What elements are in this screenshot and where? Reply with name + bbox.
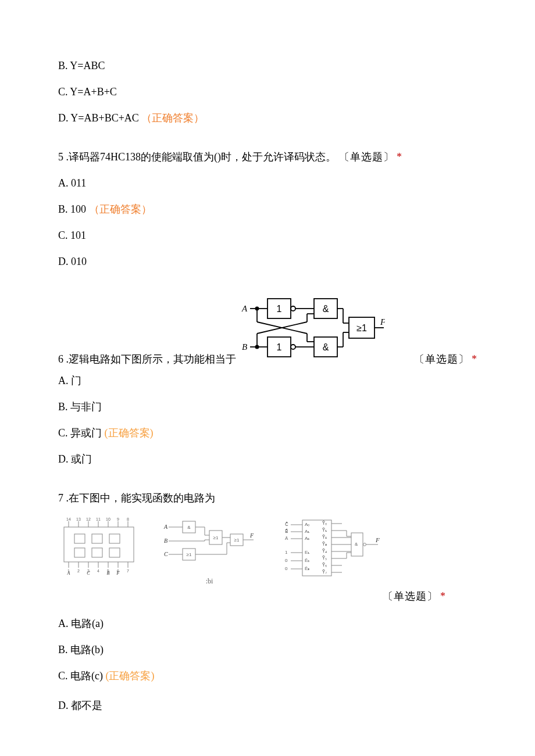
rp: Ȳ₃	[322, 542, 327, 547]
question-type: 〔单选题〕	[414, 353, 469, 365]
option-text: 100	[68, 203, 87, 215]
required-asterisk: *	[472, 353, 477, 365]
pin: 4	[97, 569, 99, 573]
required-asterisk: *	[440, 589, 445, 604]
li: 1	[285, 550, 288, 555]
q6-option-d: D. 或门	[58, 452, 477, 467]
outF: F	[249, 532, 254, 539]
rp: Ȳ₇	[322, 569, 327, 575]
gate: &	[355, 542, 358, 547]
li: 0	[285, 566, 288, 571]
q7-option-c: C. 电路(c) (正确答案)	[58, 668, 477, 684]
pin: 7	[127, 569, 129, 573]
q6-option-c: C. 异或门 (正确答案)	[58, 425, 477, 441]
option-label: D.	[58, 453, 69, 465]
g: ≥1	[234, 538, 240, 543]
pin: 8	[127, 517, 129, 521]
correct-answer: (正确答案)	[105, 427, 154, 439]
option-label: D.	[58, 112, 69, 124]
question-type: 〔单选题〕	[339, 151, 394, 163]
lbl: A	[67, 571, 70, 575]
rp: Ȳ₅	[322, 556, 327, 561]
qnum: 5	[58, 151, 63, 163]
q6-stem-line: 6 .逻辑电路如下图所示，其功能相当于	[58, 293, 477, 367]
g: &	[187, 525, 191, 530]
q7-circuit-b: & ≥1 ≥1 ≥1 A B C F :bi	[163, 517, 256, 586]
q5-stem: 5 .译码器74HC138的使能端取值为()时，处于允许译码状态。 〔单选题〕 …	[58, 149, 477, 165]
option-text: Y=ABC	[68, 60, 105, 71]
option-label: C.	[58, 86, 68, 98]
option-label: C.	[58, 230, 68, 241]
pin: 9	[117, 517, 119, 521]
svg-rect-29	[74, 534, 85, 543]
li: Ā	[285, 536, 288, 541]
svg-rect-30	[92, 534, 102, 543]
pin: 14	[66, 517, 71, 521]
label-F: F	[380, 317, 385, 327]
lp: Ē₃	[305, 566, 309, 571]
rp: Ȳ₀	[322, 521, 327, 526]
svg-rect-32	[74, 548, 85, 557]
li: 0	[285, 558, 288, 563]
pin: 11	[96, 517, 101, 521]
rp: Ȳ₂	[322, 535, 327, 540]
q7-option-d: D. 都不是	[58, 698, 477, 714]
g: ≥1	[213, 535, 219, 540]
required-asterisk: *	[397, 151, 402, 163]
q7-stem: 7 .在下图中，能实现函数的电路为	[58, 490, 477, 506]
option-label: B.	[58, 203, 68, 215]
rp: Ȳ₄	[322, 549, 327, 554]
svg-rect-31	[109, 534, 120, 543]
option-label: C.	[58, 427, 68, 439]
option-label: A.	[58, 375, 69, 386]
option-text: 电路(a)	[69, 618, 104, 629]
pin: 2	[77, 569, 80, 573]
svg-rect-33	[92, 548, 102, 557]
q5-option-d: D. 010	[58, 254, 477, 270]
lbl: C	[87, 571, 90, 575]
lbl: B	[107, 571, 110, 575]
outF: F	[375, 536, 380, 543]
g: ≥1	[187, 552, 192, 557]
inA: A	[163, 524, 168, 530]
pin: 12	[86, 517, 91, 521]
correct-answer: （正确答案）	[89, 203, 152, 215]
label-B: B	[242, 342, 247, 352]
option-label: B.	[58, 644, 68, 655]
option-text: 011	[69, 177, 87, 189]
option-label: C.	[58, 670, 68, 682]
option-text: 010	[69, 256, 87, 267]
question-type: 〔单选题〕	[383, 589, 438, 604]
svg-point-1	[291, 306, 295, 311]
q7-type-line: 〔单选题〕 *	[58, 589, 477, 604]
option-text: 电路(c)	[68, 670, 103, 682]
gate-or: ≥1	[356, 323, 367, 333]
q7-option-a: A. 电路(a)	[58, 616, 477, 632]
correct-answer: (正确答案)	[106, 670, 155, 682]
lbl: F	[116, 571, 120, 575]
lp: A₁	[305, 529, 309, 534]
label-A: A	[241, 304, 248, 313]
q6-option-a: A. 门	[58, 373, 477, 389]
gate-and2: &	[323, 342, 329, 352]
option-label: D.	[58, 256, 69, 267]
q7-circuit-c: C̄ B̄ Ā 1 0 0 A₀ A₁ A₂ E₁ Ē₂ Ē₃ Ȳ₀ Ȳ₁ Ȳ₂…	[279, 517, 384, 585]
q7-option-b: B. 电路(b)	[58, 642, 477, 658]
qnum: 7	[58, 492, 63, 504]
q4-option-c: C. Y=A+B+C	[58, 84, 477, 100]
stem-text: .逻辑电路如下图所示，其功能相当于	[66, 353, 237, 365]
pin: 13	[76, 517, 81, 521]
gate-and1: &	[323, 304, 329, 314]
q6-circuit-diagram: A B F 1 1 & & ≥1	[238, 293, 385, 367]
rp: Ȳ₆	[322, 562, 327, 568]
option-text: 都不是	[69, 700, 103, 711]
svg-point-87	[363, 543, 366, 546]
lp: A₀	[305, 522, 309, 527]
li: B̄	[285, 529, 288, 534]
pin: 10	[106, 517, 110, 521]
sublabel-bi: :bi	[163, 576, 256, 586]
option-text: Y=AB+BC+AC	[69, 112, 139, 124]
qnum: 6	[58, 353, 63, 365]
li: C̄	[285, 522, 288, 527]
gate-not2: 1	[277, 342, 282, 352]
